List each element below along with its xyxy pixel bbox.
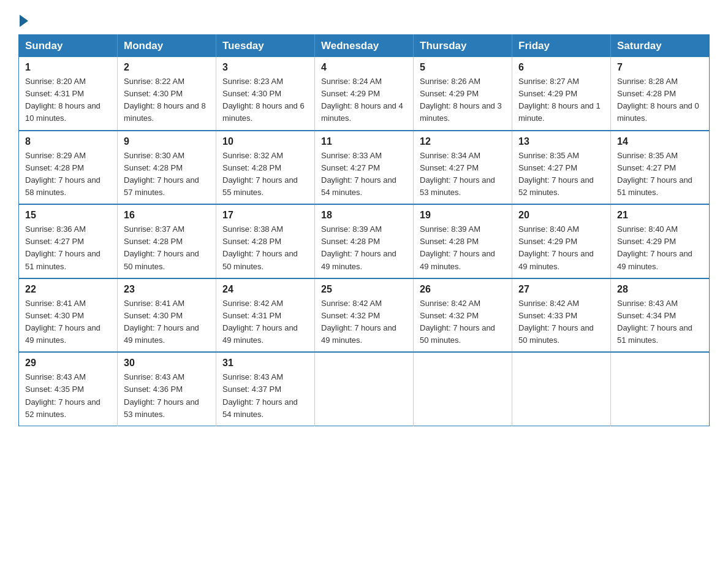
day-number: 29 (25, 358, 111, 369)
day-number: 7 (617, 62, 703, 73)
day-info: Sunrise: 8:43 AMSunset: 4:36 PMDaylight:… (124, 372, 199, 418)
day-number: 2 (124, 62, 210, 73)
calendar-day-cell: 26 Sunrise: 8:42 AMSunset: 4:32 PMDaylig… (414, 278, 512, 353)
calendar-day-cell: 10 Sunrise: 8:32 AMSunset: 4:28 PMDaylig… (216, 131, 315, 205)
weekday-header: Saturday (611, 35, 710, 58)
header (18, 12, 710, 25)
day-number: 6 (518, 62, 604, 73)
day-number: 10 (222, 136, 308, 147)
calendar-day-cell: 20 Sunrise: 8:40 AMSunset: 4:29 PMDaylig… (512, 204, 611, 278)
calendar-day-cell: 11 Sunrise: 8:33 AMSunset: 4:27 PMDaylig… (315, 131, 414, 205)
day-number: 24 (222, 284, 308, 295)
calendar-day-cell: 14 Sunrise: 8:35 AMSunset: 4:27 PMDaylig… (611, 131, 710, 205)
calendar-day-cell: 21 Sunrise: 8:40 AMSunset: 4:29 PMDaylig… (611, 204, 710, 278)
weekday-header: Tuesday (216, 35, 315, 58)
day-number: 17 (222, 210, 308, 221)
calendar-day-cell: 1 Sunrise: 8:20 AMSunset: 4:31 PMDayligh… (19, 57, 118, 131)
day-info: Sunrise: 8:39 AMSunset: 4:28 PMDaylight:… (321, 224, 396, 270)
day-info: Sunrise: 8:39 AMSunset: 4:28 PMDaylight:… (420, 224, 495, 270)
weekday-header: Thursday (414, 35, 512, 58)
calendar-day-cell: 9 Sunrise: 8:30 AMSunset: 4:28 PMDayligh… (118, 131, 216, 205)
day-info: Sunrise: 8:35 AMSunset: 4:27 PMDaylight:… (617, 151, 692, 197)
calendar-day-cell: 15 Sunrise: 8:36 AMSunset: 4:27 PMDaylig… (19, 204, 118, 278)
calendar-day-cell: 18 Sunrise: 8:39 AMSunset: 4:28 PMDaylig… (315, 204, 414, 278)
day-number: 28 (617, 284, 703, 295)
day-number: 3 (222, 62, 308, 73)
day-info: Sunrise: 8:34 AMSunset: 4:27 PMDaylight:… (420, 151, 495, 197)
calendar-week-row: 15 Sunrise: 8:36 AMSunset: 4:27 PMDaylig… (19, 204, 710, 278)
day-info: Sunrise: 8:41 AMSunset: 4:30 PMDaylight:… (25, 299, 100, 345)
calendar-week-row: 8 Sunrise: 8:29 AMSunset: 4:28 PMDayligh… (19, 131, 710, 205)
calendar-day-cell (315, 352, 414, 426)
calendar-day-cell: 12 Sunrise: 8:34 AMSunset: 4:27 PMDaylig… (414, 131, 512, 205)
page-container: SundayMondayTuesdayWednesdayThursdayFrid… (18, 12, 710, 426)
calendar-day-cell: 23 Sunrise: 8:41 AMSunset: 4:30 PMDaylig… (118, 278, 216, 353)
day-info: Sunrise: 8:32 AMSunset: 4:28 PMDaylight:… (222, 151, 298, 197)
calendar-day-cell: 4 Sunrise: 8:24 AMSunset: 4:29 PMDayligh… (315, 57, 414, 131)
calendar-day-cell: 17 Sunrise: 8:38 AMSunset: 4:28 PMDaylig… (216, 204, 315, 278)
day-info: Sunrise: 8:26 AMSunset: 4:29 PMDaylight:… (420, 77, 502, 123)
day-info: Sunrise: 8:41 AMSunset: 4:30 PMDaylight:… (124, 299, 199, 345)
day-number: 14 (617, 136, 703, 147)
weekday-header: Wednesday (315, 35, 414, 58)
day-number: 25 (321, 284, 407, 295)
day-info: Sunrise: 8:43 AMSunset: 4:37 PMDaylight:… (222, 372, 298, 418)
day-info: Sunrise: 8:20 AMSunset: 4:31 PMDaylight:… (25, 77, 100, 123)
calendar-week-row: 29 Sunrise: 8:43 AMSunset: 4:35 PMDaylig… (19, 352, 710, 426)
weekday-header: Sunday (19, 35, 118, 58)
day-number: 9 (124, 136, 210, 147)
calendar-day-cell: 19 Sunrise: 8:39 AMSunset: 4:28 PMDaylig… (414, 204, 512, 278)
day-info: Sunrise: 8:43 AMSunset: 4:34 PMDaylight:… (617, 299, 692, 345)
calendar-day-cell: 30 Sunrise: 8:43 AMSunset: 4:36 PMDaylig… (118, 352, 216, 426)
day-info: Sunrise: 8:40 AMSunset: 4:29 PMDaylight:… (617, 224, 692, 270)
calendar-day-cell: 28 Sunrise: 8:43 AMSunset: 4:34 PMDaylig… (611, 278, 710, 353)
day-info: Sunrise: 8:22 AMSunset: 4:30 PMDaylight:… (124, 77, 206, 123)
day-number: 12 (420, 136, 506, 147)
calendar-day-cell: 22 Sunrise: 8:41 AMSunset: 4:30 PMDaylig… (19, 278, 118, 353)
day-number: 26 (420, 284, 506, 295)
weekday-header: Friday (512, 35, 611, 58)
day-info: Sunrise: 8:42 AMSunset: 4:31 PMDaylight:… (222, 299, 298, 345)
day-info: Sunrise: 8:27 AMSunset: 4:29 PMDaylight:… (518, 77, 601, 123)
day-info: Sunrise: 8:40 AMSunset: 4:29 PMDaylight:… (518, 224, 594, 270)
logo-top (18, 12, 28, 27)
day-info: Sunrise: 8:42 AMSunset: 4:33 PMDaylight:… (518, 299, 594, 345)
day-number: 8 (25, 136, 111, 147)
calendar-day-cell (414, 352, 512, 426)
calendar-day-cell: 25 Sunrise: 8:42 AMSunset: 4:32 PMDaylig… (315, 278, 414, 353)
day-info: Sunrise: 8:43 AMSunset: 4:35 PMDaylight:… (25, 372, 100, 418)
calendar-day-cell: 29 Sunrise: 8:43 AMSunset: 4:35 PMDaylig… (19, 352, 118, 426)
day-number: 31 (222, 358, 308, 369)
calendar-day-cell: 16 Sunrise: 8:37 AMSunset: 4:28 PMDaylig… (118, 204, 216, 278)
day-number: 5 (420, 62, 506, 73)
day-info: Sunrise: 8:38 AMSunset: 4:28 PMDaylight:… (222, 224, 298, 270)
day-number: 11 (321, 136, 407, 147)
logo-arrow-icon (20, 15, 28, 27)
logo (18, 12, 28, 25)
day-number: 20 (518, 210, 604, 221)
day-number: 18 (321, 210, 407, 221)
calendar-week-row: 22 Sunrise: 8:41 AMSunset: 4:30 PMDaylig… (19, 278, 710, 353)
weekday-header: Monday (118, 35, 216, 58)
day-number: 4 (321, 62, 407, 73)
calendar-day-cell: 3 Sunrise: 8:23 AMSunset: 4:30 PMDayligh… (216, 57, 315, 131)
calendar-week-row: 1 Sunrise: 8:20 AMSunset: 4:31 PMDayligh… (19, 57, 710, 131)
day-info: Sunrise: 8:29 AMSunset: 4:28 PMDaylight:… (25, 151, 100, 197)
calendar-day-cell: 2 Sunrise: 8:22 AMSunset: 4:30 PMDayligh… (118, 57, 216, 131)
day-number: 30 (124, 358, 210, 369)
day-number: 1 (25, 62, 111, 73)
calendar-day-cell: 5 Sunrise: 8:26 AMSunset: 4:29 PMDayligh… (414, 57, 512, 131)
calendar-day-cell: 6 Sunrise: 8:27 AMSunset: 4:29 PMDayligh… (512, 57, 611, 131)
calendar-day-cell: 7 Sunrise: 8:28 AMSunset: 4:28 PMDayligh… (611, 57, 710, 131)
day-number: 16 (124, 210, 210, 221)
day-number: 27 (518, 284, 604, 295)
calendar-day-cell: 24 Sunrise: 8:42 AMSunset: 4:31 PMDaylig… (216, 278, 315, 353)
calendar-day-cell: 27 Sunrise: 8:42 AMSunset: 4:33 PMDaylig… (512, 278, 611, 353)
day-info: Sunrise: 8:37 AMSunset: 4:28 PMDaylight:… (124, 224, 199, 270)
day-number: 22 (25, 284, 111, 295)
day-info: Sunrise: 8:28 AMSunset: 4:28 PMDaylight:… (617, 77, 699, 123)
day-info: Sunrise: 8:23 AMSunset: 4:30 PMDaylight:… (222, 77, 305, 123)
day-number: 13 (518, 136, 604, 147)
day-number: 23 (124, 284, 210, 295)
day-info: Sunrise: 8:42 AMSunset: 4:32 PMDaylight:… (321, 299, 396, 345)
